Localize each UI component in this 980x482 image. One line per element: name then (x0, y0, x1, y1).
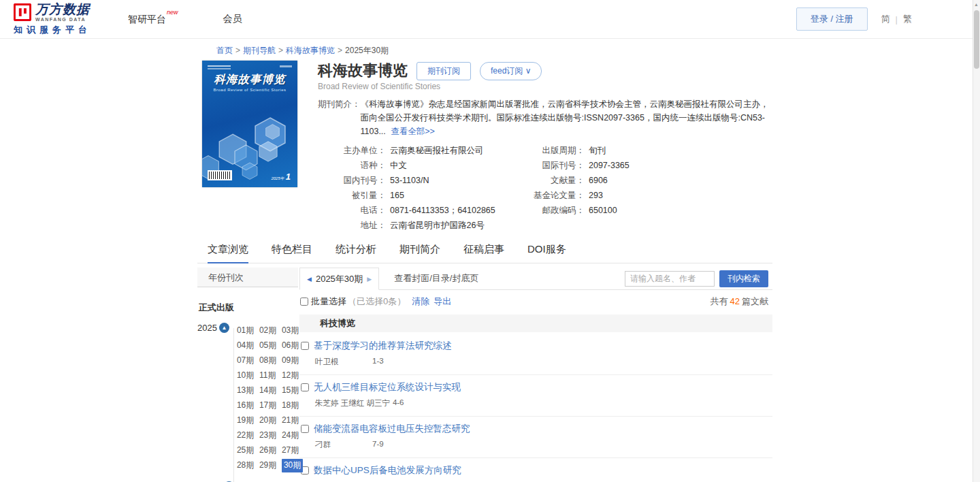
cover-subtitle: Broad Review of Scientific Stories (202, 88, 297, 92)
lang-simplified-toggle[interactable]: 简 (881, 13, 890, 25)
issue-item[interactable]: 26期 (259, 443, 282, 457)
journal-cover-image: 科海故事博览 Broad Review of Scientific Storie… (202, 61, 297, 187)
year-label[interactable]: 2025 (197, 323, 217, 472)
tab-5[interactable]: DOI服务 (527, 243, 566, 263)
issue-item[interactable]: 27期 (282, 443, 304, 457)
meta-value: 云南省昆明市护国路26号 (390, 218, 517, 233)
issue-item[interactable]: 16期 (237, 398, 259, 413)
meta-value: 旬刊 (589, 143, 606, 158)
issues-grid: 01期02期03期04期05期06期07期08期09期10期11期12期13期1… (237, 323, 304, 472)
breadcrumb-separator: > (278, 46, 283, 55)
wanfang-logo[interactable]: 万方数据 WANFANG DATA 知识服务平台 (14, 3, 91, 36)
view-cover-toc-link[interactable]: 查看封面/目录/封底页 (394, 272, 478, 285)
issue-item[interactable]: 23期 (259, 428, 282, 443)
issue-item-active[interactable]: 30期 (282, 459, 303, 472)
chevron-up-icon[interactable]: ▲ (219, 323, 229, 333)
issue-item[interactable]: 02期 (259, 323, 282, 338)
issue-item[interactable]: 04期 (237, 338, 259, 353)
breadcrumb-link-0[interactable]: 首页 (216, 46, 233, 55)
sidebar-header: 年份刊次 (197, 268, 298, 287)
total-count-number: 42 (730, 296, 740, 306)
issue-item[interactable]: 13期 (237, 383, 259, 398)
issue-item[interactable]: 14期 (259, 383, 282, 398)
login-register-button[interactable]: 登录 / 注册 (796, 7, 868, 31)
journal-meta-row: 国内刊号：53-1103/N文献量：6906 (318, 173, 772, 188)
article-item: 数据中心UPS后备电池发展方向研究杨亚萍 唐兰兰 杨加佳10-12 (299, 458, 772, 482)
nav-item-0[interactable]: 智研平台new (128, 13, 178, 26)
next-issue-button[interactable]: ▶ (367, 276, 372, 283)
issue-item[interactable]: 21期 (282, 413, 304, 428)
nav-item-1[interactable]: 会员 (223, 13, 242, 26)
tab-4[interactable]: 征稿启事 (463, 243, 504, 263)
cover-decor (280, 65, 292, 67)
year-timeline: 2025▲01期02期03期04期05期06期07期08期09期10期11期12… (197, 323, 298, 482)
meta-value: 165 (390, 188, 517, 203)
in-journal-search-input[interactable] (625, 271, 715, 287)
journal-meta-row: 电话：0871-64113353；64102865邮政编码：650100 (318, 203, 772, 218)
article-meta: 刁群7-9 (315, 440, 772, 450)
article-title-link[interactable]: 数据中心UPS后备电池发展方向研究 (314, 464, 461, 477)
article-item: 储能变流器电容板过电压失控暂态研究刁群7-9 (299, 417, 772, 458)
breadcrumb-separator: > (235, 46, 240, 55)
issue-item[interactable]: 09期 (282, 353, 304, 368)
issue-item[interactable]: 29期 (259, 457, 282, 472)
issue-item[interactable]: 15期 (282, 383, 304, 398)
issue-item[interactable]: 11期 (259, 368, 282, 383)
issue-item[interactable]: 08期 (259, 353, 282, 368)
export-link[interactable]: 导出 (434, 295, 451, 308)
meta-value: 650100 (589, 203, 617, 218)
feed-subscribe-button[interactable]: feed订阅 ∨ (480, 62, 542, 80)
issue-item[interactable]: 05期 (259, 338, 282, 353)
meta-label: 基金论文量： (517, 188, 585, 203)
brand-name: 万方数据 (35, 3, 90, 16)
issue-item[interactable]: 28期 (237, 457, 259, 472)
article-pages: 4-6 (393, 398, 404, 408)
meta-label: 出版周期： (517, 143, 585, 158)
journal-intro-text: 《科海故事博览》杂志是经国家新闻出版署批准，云南省科学技术协会主管，云南奥秘画报… (361, 97, 773, 138)
journal-subscribe-button[interactable]: 期刊订阅 (416, 62, 471, 80)
nav-new-badge: new (167, 9, 178, 16)
issue-item[interactable]: 17期 (259, 398, 282, 413)
meta-label: 被引量： (318, 188, 386, 203)
breadcrumb-link-2[interactable]: 科海故事博览 (286, 46, 335, 55)
article-authors: 刁群 (315, 440, 370, 450)
tab-2[interactable]: 统计分析 (336, 243, 376, 263)
year-row-expanded: 2025▲01期02期03期04期05期06期07期08期09期10期11期12… (197, 323, 298, 472)
article-title-link[interactable]: 基于深度学习的推荐算法研究综述 (314, 340, 452, 352)
issue-item[interactable]: 01期 (237, 323, 259, 338)
issue-item[interactable]: 20期 (259, 413, 282, 428)
scrollbar-thumb[interactable] (974, 10, 979, 69)
scrollbar-up-arrow[interactable]: ▲ (974, 2, 979, 7)
page-scrollbar[interactable]: ▲ (973, 0, 980, 482)
article-pages: 7-9 (372, 440, 384, 450)
issue-item[interactable]: 06期 (282, 338, 304, 353)
clear-selection-link[interactable]: 清除 (412, 295, 429, 308)
tab-0[interactable]: 文章浏览 (208, 243, 248, 263)
issue-item[interactable]: 22期 (237, 428, 259, 443)
meta-value: 中文 (390, 158, 517, 173)
article-title-link[interactable]: 储能变流器电容板过电压失控暂态研究 (314, 423, 470, 435)
view-all-link[interactable]: 查看全部>> (391, 127, 435, 136)
lang-traditional-toggle[interactable]: 繁 (903, 13, 912, 25)
current-issue-tab[interactable]: ◀ 2025年30期 ▶ (299, 268, 379, 290)
issue-item[interactable]: 10期 (237, 368, 259, 383)
article-title-row: 储能变流器电容板过电压失控暂态研究 (301, 423, 772, 435)
batch-select-checkbox[interactable] (300, 298, 308, 306)
issue-item[interactable]: 12期 (282, 368, 304, 383)
breadcrumb-link-1[interactable]: 期刊导航 (243, 46, 276, 55)
issue-item[interactable]: 03期 (282, 323, 304, 338)
issue-item[interactable]: 19期 (237, 413, 259, 428)
issue-item[interactable]: 18期 (282, 398, 304, 413)
article-title-link[interactable]: 无人机三维目标定位系统设计与实现 (314, 381, 461, 393)
wanfang-logo-icon (14, 3, 31, 21)
in-journal-search-button[interactable]: 刊内检索 (719, 270, 768, 287)
tab-1[interactable]: 特色栏目 (272, 243, 312, 263)
prev-issue-button[interactable]: ◀ (307, 276, 312, 283)
journal-title-en: Broad Review of Scientific Stories (318, 82, 772, 91)
tab-3[interactable]: 期刊简介 (399, 243, 440, 263)
journal-intro-label: 期刊简介： (318, 97, 361, 138)
issue-item[interactable]: 25期 (237, 443, 259, 457)
issue-item[interactable]: 07期 (237, 353, 259, 368)
issue-item[interactable]: 24期 (282, 428, 304, 443)
batch-selected-count: （已选择0条） (348, 295, 406, 308)
